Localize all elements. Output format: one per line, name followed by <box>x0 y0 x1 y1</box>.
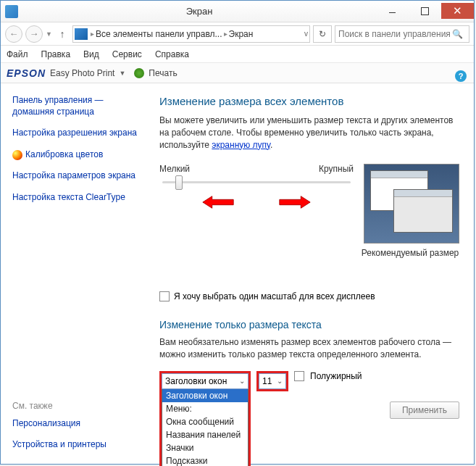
single-scale-label: Я хочу выбрать один масштаб для всех дис… <box>174 291 375 301</box>
select-option[interactable]: Названия панелей <box>162 428 248 441</box>
size-value: 11 <box>262 376 272 386</box>
print-icon <box>134 68 144 78</box>
chevron-down-icon: ⌄ <box>277 377 283 385</box>
breadcrumb-item[interactable]: Экран <box>229 29 254 39</box>
chevron-right-icon: ▸ <box>91 30 94 38</box>
font-size-select[interactable]: 11 ⌄ <box>259 373 286 389</box>
apply-button[interactable]: Применить <box>390 401 459 419</box>
chevron-down-icon: ⌄ <box>239 377 245 385</box>
titlebar: Экран ✕ <box>1 1 474 22</box>
sidebar-link-calibration[interactable]: Калибровка цветов <box>12 149 142 161</box>
address-bar: ← → ▼ ↑ ▸ Все элементы панели управл... … <box>1 22 474 46</box>
sidebar-link-personalization[interactable]: Персонализация <box>12 418 107 430</box>
description-text-2: Вам необязательно изменять размер всех э… <box>159 336 459 361</box>
annotation-arrows <box>159 194 354 210</box>
slider-min-label: Мелкий <box>159 164 190 174</box>
sidebar-item-label: Калибровка цветов <box>25 149 103 161</box>
slider-max-label: Крупный <box>319 164 354 174</box>
slider-thumb[interactable] <box>175 175 183 190</box>
slider-block: Мелкий Крупный <box>159 164 354 210</box>
slider-track <box>162 181 351 183</box>
bold-checkbox[interactable] <box>294 371 304 381</box>
menu-file[interactable]: Файл <box>7 49 28 59</box>
sidebar-link-cleartype[interactable]: Настройка текста ClearType <box>12 192 142 204</box>
minimize-button[interactable] <box>376 3 409 19</box>
size-select-wrap: 11 ⌄ <box>256 371 288 391</box>
print-button[interactable]: Печать <box>149 68 177 78</box>
up-button[interactable]: ↑ <box>55 27 70 41</box>
select-option[interactable]: Окна сообщений <box>162 415 248 428</box>
chevron-down-icon[interactable]: v <box>304 30 308 38</box>
close-button[interactable]: ✕ <box>441 3 474 19</box>
magnifier-link[interactable]: экранную лупу <box>212 140 270 150</box>
system-icon <box>5 5 18 18</box>
arrow-left-icon <box>201 194 235 210</box>
desc-part: Вы можете увеличить или уменьшить размер… <box>159 115 453 150</box>
menu-bar: Файл Правка Вид Сервис Справка <box>1 46 474 63</box>
help-icon[interactable]: ? <box>455 70 467 82</box>
element-select[interactable]: Заголовки окон ⌄ <box>162 373 249 389</box>
breadcrumb-item[interactable]: Все элементы панели управл... <box>96 29 222 39</box>
epson-logo: EPSON <box>7 67 46 79</box>
sidebar-link-devices[interactable]: Устройства и принтеры <box>12 439 107 451</box>
breadcrumb-box[interactable]: ▸ Все элементы панели управл... ▸ Экран … <box>72 25 310 43</box>
forward-button[interactable]: → <box>25 25 43 43</box>
main-content: Изменение размера всех элементов Вы може… <box>149 83 474 464</box>
see-also-heading: См. также <box>12 401 107 411</box>
menu-service[interactable]: Сервис <box>112 49 142 59</box>
refresh-button[interactable]: ↻ <box>313 25 332 43</box>
sidebar-see-also: См. также Персонализация Устройства и пр… <box>12 401 107 451</box>
select-value: Заголовки окон <box>165 376 227 386</box>
element-select-wrap: Заголовки окон ⌄ Заголовки окон Меню: Ок… <box>159 371 251 466</box>
recent-dropdown[interactable]: ▼ <box>46 30 52 38</box>
sidebar-link-params[interactable]: Настройка параметров экрана <box>12 170 142 182</box>
menu-view[interactable]: Вид <box>83 49 99 59</box>
select-option[interactable]: Подсказки <box>162 454 248 466</box>
heading-resize-all: Изменение размера всех элементов <box>159 95 459 107</box>
maximize-button[interactable] <box>409 3 441 19</box>
sidebar-link-home[interactable]: Панель управления — домашняя страница <box>12 95 142 117</box>
select-option[interactable]: Значки <box>162 441 248 454</box>
search-box[interactable]: 🔍 <box>335 25 469 43</box>
menu-edit[interactable]: Правка <box>41 49 71 59</box>
element-select-dropdown: Заголовки окон Меню: Окна сообщений Назв… <box>162 389 249 466</box>
search-icon: 🔍 <box>452 29 463 39</box>
select-option[interactable]: Заголовки окон <box>162 389 248 402</box>
epson-toolbar: EPSON Easy Photo Print ▼ Печать <box>1 63 474 83</box>
window-controls: ✕ <box>376 4 474 19</box>
back-button[interactable]: ← <box>5 25 22 43</box>
size-slider-row: Мелкий Крупный <box>159 164 459 258</box>
slider-labels: Мелкий Крупный <box>159 164 354 174</box>
epson-text[interactable]: Easy Photo Print <box>50 68 114 78</box>
window-title: Экран <box>22 6 376 17</box>
single-scale-checkbox[interactable] <box>159 291 170 301</box>
select-option[interactable]: Меню: <box>162 402 248 415</box>
size-slider[interactable] <box>162 175 351 188</box>
arrow-right-icon <box>278 194 312 210</box>
sidebar: Панель управления — домашняя страница На… <box>1 83 149 464</box>
menu-help[interactable]: Справка <box>155 49 189 59</box>
control-panel-window: Экран ✕ ← → ▼ ↑ ▸ Все элементы панели уп… <box>0 0 475 465</box>
sidebar-link-resolution[interactable]: Настройка разрешения экрана <box>12 128 142 139</box>
preview-window-icon <box>393 189 453 233</box>
single-scale-row: Я хочу выбрать один масштаб для всех дис… <box>159 291 459 301</box>
chevron-right-icon: ▸ <box>224 30 227 38</box>
preview-image <box>364 164 459 244</box>
heading-text-only: Изменение только размера текста <box>159 319 459 330</box>
description-text: Вы можете увеличить или уменьшить размер… <box>159 115 459 151</box>
control-panel-icon <box>75 28 88 40</box>
body: Панель управления — домашняя страница На… <box>1 83 474 464</box>
bold-label: Полужирный <box>310 371 362 381</box>
preview-caption: Рекомендуемый размер <box>361 248 459 258</box>
shield-icon <box>12 150 22 160</box>
search-input[interactable] <box>338 29 452 39</box>
chevron-down-icon[interactable]: ▼ <box>119 70 125 77</box>
preview-block: Рекомендуемый размер <box>361 164 459 258</box>
